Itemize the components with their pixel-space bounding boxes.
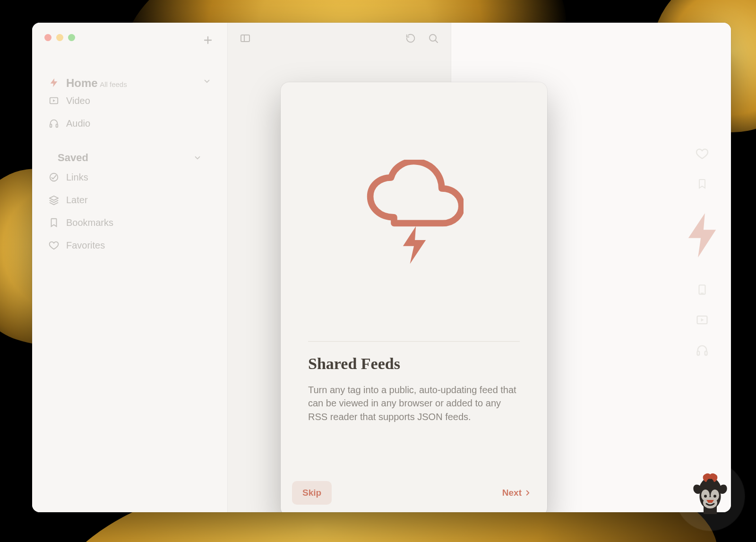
- sidebar-item-label: Bookmarks: [66, 217, 113, 228]
- monkey-icon: [687, 473, 734, 520]
- svg-marker-7: [50, 196, 58, 200]
- bookmark-icon: [48, 217, 60, 228]
- link-icon: [48, 172, 60, 183]
- modal-illustration: [281, 82, 547, 341]
- svg-point-6: [50, 173, 58, 181]
- sidebar-item-favorites[interactable]: Favorites: [43, 234, 217, 257]
- home-subtitle: All feeds: [100, 80, 127, 88]
- list-toolbar: [228, 31, 451, 45]
- svg-rect-8: [241, 35, 249, 42]
- svg-rect-16: [697, 351, 700, 355]
- video-icon: [48, 95, 60, 106]
- sidebar-item-label: Links: [66, 172, 88, 183]
- chevron-right-icon: [524, 489, 532, 497]
- section-title: Saved: [58, 152, 88, 164]
- refresh-button[interactable]: [404, 31, 418, 45]
- sidebar-section-saved[interactable]: Saved: [43, 135, 217, 166]
- sidebar-item-bookmarks[interactable]: Bookmarks: [43, 211, 217, 234]
- sidebar-item-links[interactable]: Links: [43, 166, 217, 189]
- bookmark-icon[interactable]: [695, 177, 709, 191]
- svg-marker-3: [53, 100, 55, 103]
- svg-point-21: [704, 495, 707, 498]
- toggle-sidebar-button[interactable]: [238, 31, 252, 45]
- svg-rect-17: [705, 351, 707, 355]
- sidebar-item-label: Favorites: [66, 240, 105, 251]
- sidebar-item-label: Later: [66, 195, 88, 206]
- svg-marker-15: [701, 318, 704, 322]
- svg-rect-4: [50, 124, 52, 127]
- sidebar: Home All feeds Video Audio: [32, 23, 227, 512]
- heart-icon[interactable]: [695, 146, 709, 161]
- onboarding-modal: Shared Feeds Turn any tag into a public,…: [281, 82, 547, 512]
- window-controls: [32, 23, 227, 41]
- bolt-icon: [48, 77, 60, 88]
- cloud-bolt-icon: [364, 160, 464, 264]
- content-side-icons: [686, 146, 719, 357]
- next-label: Next: [502, 488, 522, 498]
- add-button[interactable]: [200, 32, 216, 48]
- modal-body: Shared Feeds Turn any tag into a public,…: [281, 342, 547, 423]
- modal-description: Turn any tag into a public, auto-updatin…: [308, 383, 520, 423]
- sidebar-item-label: Video: [66, 95, 90, 106]
- svg-point-22: [713, 495, 716, 498]
- headphones-icon: [48, 118, 60, 129]
- stack-icon: [48, 194, 60, 206]
- home-title: Home: [66, 77, 98, 89]
- app-window: Home All feeds Video Audio: [32, 23, 731, 512]
- modal-heading: Shared Feeds: [308, 355, 520, 373]
- svg-rect-5: [56, 124, 58, 127]
- sidebar-item-video[interactable]: Video: [43, 89, 217, 112]
- bolt-icon[interactable]: [686, 212, 719, 259]
- brand-badge: [676, 462, 745, 531]
- sidebar-nav: Home All feeds Video Audio: [32, 41, 227, 257]
- minimize-window-button[interactable]: [56, 34, 63, 41]
- chevron-down-icon: [203, 77, 211, 86]
- modal-footer: Skip Next: [281, 470, 547, 512]
- video-icon[interactable]: [695, 313, 709, 327]
- headphones-icon[interactable]: [695, 343, 709, 357]
- chevron-down-icon: [193, 154, 202, 162]
- reader-icon[interactable]: [695, 283, 709, 297]
- skip-button[interactable]: Skip: [292, 481, 332, 505]
- sidebar-item-later[interactable]: Later: [43, 189, 217, 211]
- zoom-window-button[interactable]: [68, 34, 75, 41]
- close-window-button[interactable]: [44, 34, 52, 41]
- svg-line-11: [435, 40, 438, 43]
- sidebar-item-label: Audio: [66, 118, 90, 129]
- sidebar-item-audio[interactable]: Audio: [43, 112, 217, 135]
- heart-icon: [48, 240, 60, 251]
- search-button[interactable]: [426, 31, 440, 45]
- next-button[interactable]: Next: [498, 481, 536, 505]
- sidebar-item-home[interactable]: Home All feeds: [43, 77, 217, 89]
